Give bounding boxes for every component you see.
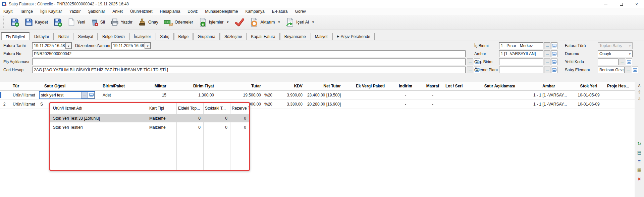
row-1-ek-vergi[interactable] — [350, 90, 390, 100]
popup-row-2-eldeki[interactable]: 0 — [176, 125, 203, 130]
grid-header-lot-seri[interactable]: Lot / Seri — [445, 82, 473, 90]
row-2-stok-yeri[interactable]: 10-01-06-09 — [571, 100, 606, 109]
odeme-plani-browse-button[interactable]: ... — [544, 67, 550, 73]
menu-kayit[interactable]: Kayıt — [3, 9, 12, 14]
popup-header-stoktaki[interactable]: Stoktaki T... — [203, 106, 230, 111]
popup-header-eldeki[interactable]: Eldeki Top... — [176, 106, 203, 111]
operations-caret-icon[interactable]: ▼ — [226, 21, 229, 24]
save-button[interactable]: Kaydet — [22, 16, 51, 28]
row-1-net-tutar[interactable]: 23.400,00 [19.500] — [305, 90, 350, 100]
minimize-icon[interactable] — [603, 1, 608, 7]
row-1-tur[interactable]: Ürün/Hizmet — [9, 90, 38, 100]
grid-header-birim-paket[interactable]: Birim/Paket — [97, 82, 142, 90]
durumu-select[interactable]: Onaylı ∨ — [598, 50, 633, 57]
odeme-plani-input[interactable] — [499, 67, 543, 73]
new-button[interactable]: Yeni — [65, 16, 88, 28]
row-1-kdv[interactable]: 3.900,00 — [276, 90, 305, 100]
tab-gruplama[interactable]: Gruplama — [193, 33, 220, 40]
report-grid-icon[interactable]: ▦ — [635, 167, 644, 174]
grid-header-tutar[interactable]: Tutar — [217, 82, 264, 90]
row-1-birim-fiyat[interactable]: 1.300,00 — [169, 90, 217, 100]
tab-kapali-fatura[interactable]: Kapalı Fatura — [247, 33, 280, 40]
popup-row-2[interactable]: Stok Yeri Testleri Malzeme 0 0 0 — [50, 123, 249, 131]
grid-header-ek-vergi[interactable]: Ek Vergi Paketi — [350, 82, 390, 90]
approve-button[interactable]: Onay — [135, 16, 161, 28]
row-2-satir-aciklamasi[interactable] — [473, 100, 527, 109]
popup-row-2-kart-tipi[interactable]: Malzeme — [147, 125, 176, 130]
transfer-button[interactable]: Aktarım ▼ — [247, 16, 283, 28]
operations-button[interactable]: e İşlemler ▼ — [196, 16, 232, 28]
tab-notlar[interactable]: Notlar — [54, 33, 73, 40]
row-2-net-tutar[interactable]: 20.280,00 [16.900] — [305, 100, 350, 109]
durumu-chevron-icon[interactable]: ∨ — [629, 51, 631, 57]
grid-header-proje[interactable]: Proje Hes... — [606, 82, 635, 90]
popup-row-1-kart-tipi[interactable]: Malzeme — [147, 116, 176, 121]
delete-button[interactable]: Sil — [88, 16, 108, 28]
fis-aciklamasi-input[interactable] — [32, 58, 466, 65]
menu-gorev[interactable]: Görev — [295, 9, 306, 14]
row-1-birim[interactable]: Adet — [97, 90, 142, 100]
popup-row-1-stoktaki[interactable]: 0 — [203, 116, 230, 121]
row-2-indirim[interactable]: - — [390, 100, 421, 109]
move-line-up-icon[interactable]: ⇧ — [635, 89, 644, 96]
odeme-plani-detail-icon[interactable] — [551, 67, 557, 73]
approve-check-button[interactable] — [232, 16, 247, 28]
yetki-kodu-detail-icon[interactable] — [626, 58, 632, 65]
import-button[interactable]: İçeri Al ▼ — [283, 16, 317, 28]
row-2-ek-vergi[interactable] — [350, 100, 390, 109]
menu-kampanya[interactable]: Kampanya — [245, 9, 264, 14]
import-caret-icon[interactable]: ▼ — [312, 21, 315, 24]
duzenleme-zamani-input[interactable]: 19.11.2025 16:48 ∨ — [111, 42, 151, 49]
row-2-kdv[interactable]: 3.380,00 — [276, 100, 305, 109]
ambar-detail-icon[interactable] — [551, 50, 557, 57]
move-line-down-icon[interactable]: ⇩ — [635, 96, 644, 103]
yetki-kodu-browse-button[interactable]: ... — [619, 58, 625, 65]
menu-sablonlar[interactable]: Şablonlar — [88, 9, 105, 14]
org-birim-detail-icon[interactable] — [551, 58, 557, 65]
menu-doviz[interactable]: Döviz — [187, 9, 198, 14]
ambar-browse-button[interactable]: ... — [544, 50, 550, 57]
row-1-proje[interactable] — [606, 90, 635, 100]
is-birimi-detail-icon[interactable] — [551, 42, 557, 49]
tab-irsaliyeler[interactable]: İrsaliyeler — [129, 33, 155, 40]
cari-hesap-browse-button[interactable]: ... — [467, 67, 473, 73]
tab-satis[interactable]: Satış — [156, 33, 173, 40]
row-1-kdv-oran[interactable]: %20 — [264, 90, 276, 100]
tab-beyanname[interactable]: Beyanname — [280, 33, 310, 40]
close-icon[interactable]: × — [634, 1, 639, 7]
menu-e-fatura[interactable]: E-Fatura — [272, 9, 288, 14]
payments-button[interactable]: Ödemeler — [161, 16, 196, 28]
row-2-masraf[interactable]: - — [421, 100, 445, 109]
grid-header-indirim[interactable]: İndirim — [390, 82, 421, 90]
tab-belge-dovizi[interactable]: Belge Dövizi — [98, 33, 129, 40]
transfer-caret-icon[interactable]: ▼ — [277, 21, 280, 24]
satis-elemani-input[interactable]: Berksan Gezgin — [598, 67, 625, 73]
grid-header-miktar[interactable]: Miktar — [142, 82, 169, 90]
popup-row-1[interactable]: Stok Yeri Test 33 [Zorunlu] Malzeme 0 0 … — [50, 114, 249, 122]
menu-urun-hizmet[interactable]: Ürün/Hizmet — [130, 9, 153, 14]
row-1-masraf[interactable]: - — [421, 90, 445, 100]
grid-header-ambar[interactable]: Ambar — [527, 82, 571, 90]
maximize-icon[interactable] — [619, 1, 624, 7]
grid-header-birim-fiyat[interactable]: Birim Fiyat — [169, 82, 217, 90]
row-1-indirim[interactable]: - — [390, 90, 421, 100]
tab-e-arsiv-perakende[interactable]: E-Arşiv Perakende — [332, 33, 375, 40]
fatura-tarihi-input[interactable]: 19.11.2025 16:48 ∨ — [32, 42, 72, 49]
grid-header-satir-ogesi[interactable]: Satır Öğesi — [38, 82, 97, 90]
org-birim-browse-button[interactable]: ... — [544, 58, 550, 65]
satir-ogesi-edit-input[interactable] — [40, 92, 81, 98]
grid-header-tur[interactable]: Tür — [9, 82, 38, 90]
menu-tarihce[interactable]: Tarihçe — [20, 9, 33, 14]
column-settings-icon[interactable]: ≡ — [635, 159, 644, 165]
fatura-no-input[interactable]: PNR2025000000042 — [32, 50, 466, 57]
tab-belge[interactable]: Belge — [174, 33, 193, 40]
row-1-satir-aciklamasi[interactable] — [473, 90, 527, 100]
row-2-tur[interactable]: Ürün/Hizmet — [9, 100, 38, 109]
tab-fis-bilgileri[interactable]: Fiş Bilgileri — [1, 32, 30, 40]
menu-muhasebelestirme[interactable]: Muhasebeleştirme — [205, 9, 238, 14]
popup-row-2-stoktaki[interactable]: 0 — [203, 125, 230, 130]
print-button[interactable]: Yazdır — [108, 16, 135, 28]
row-1-ambar[interactable]: 1 - 1 [1 -VARSAY... — [527, 90, 571, 100]
popup-row-1-name[interactable]: Stok Yeri Test 33 [Zorunlu] — [50, 116, 147, 121]
popup-header-urun-hizmet-adi[interactable]: Ürün/Hizmet Adı — [50, 106, 147, 111]
